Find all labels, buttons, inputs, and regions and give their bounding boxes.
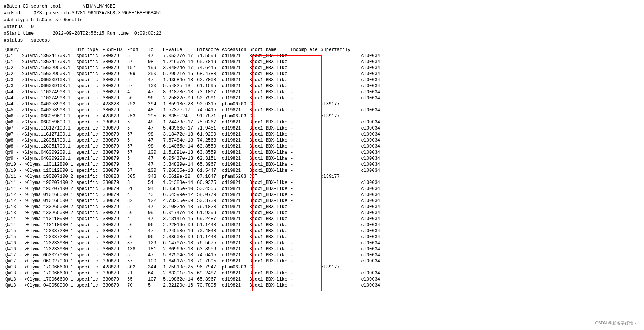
table-cell: cd19821: [220, 125, 248, 131]
table-cell: -: [289, 95, 319, 101]
table-cell: pfam06203: [220, 113, 248, 119]
table-cell: specific: [75, 204, 101, 210]
table-cell: 1.21607e-14: [162, 59, 196, 65]
table-cell: [289, 113, 319, 119]
table-cell: cd19821: [220, 107, 248, 113]
table-cell: 47: [146, 53, 162, 59]
table-cell: Bbox1_BBX-like: [248, 258, 289, 264]
table-cell: 2.22016e-09: [162, 222, 196, 228]
table-cell: 348: [146, 174, 162, 180]
table-cell: 70.7895: [196, 258, 220, 264]
table-cell: [319, 282, 352, 288]
table-cell: cd19821: [220, 162, 248, 168]
table-cell: 65.7819: [196, 59, 220, 65]
table-cell: specific: [75, 282, 101, 288]
col-header-evalue: E-Value: [162, 47, 196, 53]
table-body: Q#1 - >Glyma.13G344700.1specific38087954…: [4, 53, 382, 288]
table-cell: 5: [126, 53, 146, 59]
table-cell: cl00034: [360, 71, 382, 77]
col-header-to: To: [146, 47, 162, 53]
table-cell: cl00034: [360, 137, 382, 143]
table-cell: specific: [75, 192, 101, 198]
table-cell: -: [289, 150, 319, 156]
table-cell: specific: [75, 210, 101, 216]
table-cell: 380879: [101, 119, 126, 125]
table-cell: Bbox1_BBX-like: [248, 119, 289, 125]
table-cell: cd19821: [220, 89, 248, 95]
table-cell: 5: [126, 252, 146, 258]
table-cell: 87.1647: [196, 174, 220, 180]
table-cell: 5: [126, 137, 146, 143]
table-cell: CCT: [248, 264, 289, 270]
table-cell: 380879: [101, 95, 126, 101]
table-cell: 51: [146, 180, 162, 186]
table-cell: -: [289, 77, 319, 83]
table-cell: CCT: [248, 101, 289, 107]
table-cell: 47: [146, 77, 162, 83]
table-cell: 56: [126, 210, 146, 216]
table-cell: [319, 89, 352, 95]
table-cell: 4: [126, 228, 146, 234]
table-cell: [319, 53, 352, 59]
header-line-3: #datatype hitsConcise Results: [4, 17, 640, 23]
table-cell: 5: [126, 204, 146, 210]
table-cell: Q#11 - >Glyma.19G207100.2: [4, 180, 75, 186]
table-cell: Bbox1_BBX-like: [248, 276, 289, 282]
table-cell: cl00034: [360, 240, 382, 246]
table-row: Q#6 - >Glyma.06G059600.1specific42882325…: [4, 113, 382, 119]
table-cell: CCT: [248, 113, 289, 119]
table-cell: cl39177: [319, 101, 352, 107]
table-cell: [319, 240, 352, 246]
table-cell: -: [289, 89, 319, 95]
table-cell: 380879: [101, 216, 126, 222]
table-row: Q#14 - >Glyma.11G110900.1specific3808795…: [4, 222, 382, 228]
table-cell: cl00034: [360, 168, 382, 174]
table-cell: Q#1 - >Glyma.13G344700.1: [4, 59, 75, 65]
table-cell: 5: [126, 119, 146, 125]
table-row: Q#10 - >Glyma.11G112800.1specific3808795…: [4, 162, 382, 168]
table-cell: -: [289, 210, 319, 216]
table-cell: [352, 204, 360, 210]
table-cell: [289, 174, 319, 180]
table-cell: 380879: [101, 210, 126, 216]
table-row: Q#12 - >Glyma.01G168500.1specific3808798…: [4, 198, 382, 204]
table-cell: [352, 228, 360, 234]
table-cell: 5.32504e-18: [162, 252, 196, 258]
table-cell: cl00034: [360, 65, 382, 71]
table-cell: 58.0779: [196, 192, 220, 198]
table-cell: cd19821: [220, 228, 248, 234]
table-cell: 380879: [101, 228, 126, 234]
table-cell: cd19821: [220, 150, 248, 156]
table-cell: 295: [146, 113, 162, 119]
table-cell: 6.05437e-13: [162, 156, 196, 162]
table-cell: specific: [75, 162, 101, 168]
table-cell: Q#5 - >Glyma.04G058900.1: [4, 107, 75, 113]
table-cell: Q#3 - >Glyma.06G009100.1: [4, 77, 75, 83]
table-cell: -: [289, 119, 319, 125]
table-cell: 57: [126, 83, 146, 89]
table-cell: 2.63391e-15: [162, 270, 196, 276]
table-cell: 64: [146, 270, 162, 276]
table-cell: cl39177: [319, 264, 352, 270]
table-cell: 47: [146, 204, 162, 210]
table-cell: 63.8559: [196, 246, 220, 252]
header-line-4: #status 0: [4, 23, 640, 30]
col-header-superfamily: Superfamily: [319, 47, 352, 53]
table-cell: Q#2 - >Glyma.15G029500.1: [4, 71, 75, 77]
table-cell: -: [289, 198, 319, 204]
table-cell: 63.8559: [196, 150, 220, 156]
table-cell: cd19821: [220, 210, 248, 216]
table-cell: [319, 131, 352, 137]
table-cell: [319, 246, 352, 252]
table-cell: [319, 156, 352, 162]
table-cell: pfam06203: [220, 174, 248, 180]
table-cell: 96: [146, 234, 162, 240]
table-cell: [352, 174, 360, 180]
table-cell: 380879: [101, 107, 126, 113]
table-row: Q#2 - >Glyma.15G029500.1specific38087915…: [4, 65, 382, 71]
table-cell: cd19821: [220, 59, 248, 65]
table-cell: 98: [146, 59, 162, 65]
table-cell: specific: [75, 198, 101, 204]
table-cell: [352, 89, 360, 95]
table-cell: Q#13 - >Glyma.13G265000.2: [4, 210, 75, 216]
